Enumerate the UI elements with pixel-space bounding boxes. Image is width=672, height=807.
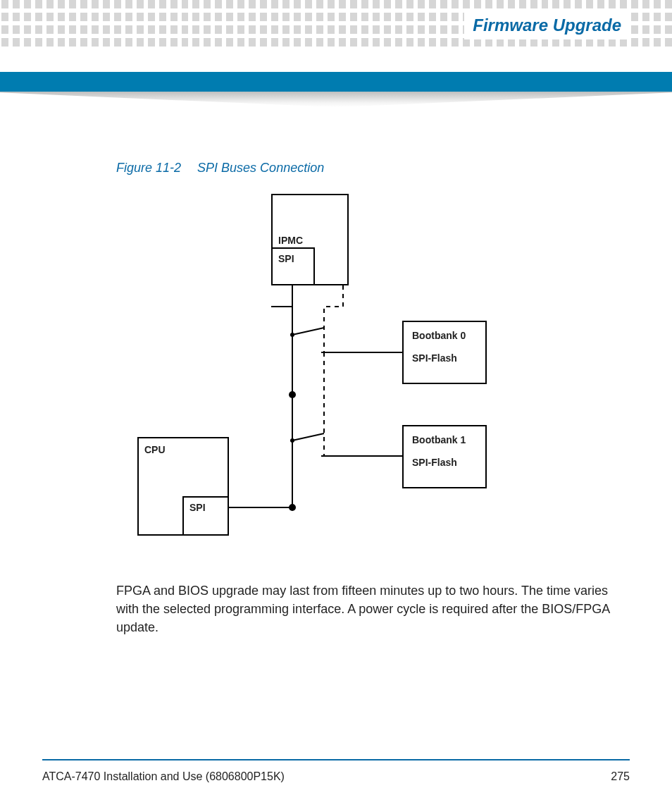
header-blue-bar bbox=[0, 72, 672, 92]
figure-diagram: IPMC SPI CPU SPI Bootbank 0 SPI-Flash Bo… bbox=[137, 194, 475, 553]
diagram-label-ipmc-spi: SPI bbox=[278, 253, 294, 264]
figure-caption: Figure 11-2 SPI Buses Connection bbox=[116, 161, 623, 175]
diagram-label-bb0-line2: SPI-Flash bbox=[412, 352, 457, 364]
page-footer: ATCA-7470 Installation and Use (6806800P… bbox=[42, 770, 630, 783]
figure-number: Figure 11-2 bbox=[116, 161, 181, 175]
page-content: Figure 11-2 SPI Buses Connection bbox=[116, 161, 623, 636]
diagram-box-ipmc-spi: SPI bbox=[271, 247, 315, 285]
body-paragraph: FPGA and BIOS upgrade may last from fift… bbox=[116, 581, 623, 636]
footer-page-number: 275 bbox=[611, 770, 630, 783]
diagram-label-cpu: CPU bbox=[144, 444, 166, 455]
diagram-label-ipmc: IPMC bbox=[278, 235, 303, 246]
diagram-label-cpu-spi: SPI bbox=[189, 502, 206, 513]
diagram-box-cpu: CPU SPI bbox=[137, 437, 229, 536]
svg-point-0 bbox=[289, 504, 296, 511]
diagram-box-cpu-spi: SPI bbox=[182, 496, 229, 536]
diagram-label-bb1-line1: Bootbank 1 bbox=[412, 434, 466, 445]
svg-point-2 bbox=[290, 333, 294, 337]
svg-point-3 bbox=[290, 438, 294, 443]
footer-doc-title: ATCA-7470 Installation and Use (6806800P… bbox=[42, 770, 285, 783]
diagram-label-bb0-line1: Bootbank 0 bbox=[412, 330, 466, 341]
page-title: Firmware Upgrade bbox=[464, 11, 630, 39]
diagram-label-bb1-line2: SPI-Flash bbox=[412, 457, 457, 468]
footer-rule bbox=[42, 759, 630, 760]
figure-title: SPI Buses Connection bbox=[197, 161, 324, 175]
header-shadow bbox=[0, 92, 672, 107]
diagram-box-ipmc: IPMC SPI bbox=[271, 194, 349, 285]
svg-point-1 bbox=[289, 391, 296, 398]
diagram-box-bootbank0: Bootbank 0 SPI-Flash bbox=[402, 321, 487, 384]
diagram-box-bootbank1: Bootbank 1 SPI-Flash bbox=[402, 425, 487, 488]
